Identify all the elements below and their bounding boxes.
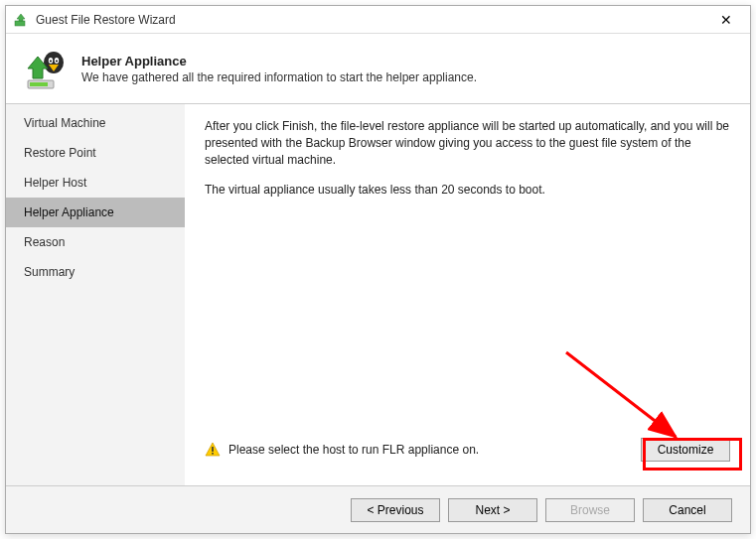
header-text: Helper Appliance We have gathered all th… — [81, 54, 477, 84]
next-button[interactable]: Next > — [448, 498, 537, 522]
svg-rect-7 — [30, 82, 48, 86]
content-area: Virtual Machine Restore Point Helper Hos… — [6, 103, 750, 485]
titlebar: Guest File Restore Wizard ✕ — [6, 6, 750, 34]
sidebar-item-virtual-machine[interactable]: Virtual Machine — [6, 108, 185, 138]
warning-row: Please select the host to run FLR applia… — [205, 432, 730, 475]
window-title: Guest File Restore Wizard — [36, 13, 706, 27]
sidebar-item-restore-point[interactable]: Restore Point — [6, 138, 185, 168]
customize-button[interactable]: Customize — [641, 438, 730, 462]
app-icon — [14, 12, 30, 28]
sidebar-item-helper-host[interactable]: Helper Host — [6, 168, 185, 198]
wizard-sidebar: Virtual Machine Restore Point Helper Hos… — [6, 104, 185, 485]
sidebar-item-helper-appliance[interactable]: Helper Appliance — [6, 198, 185, 227]
main-paragraph-1: After you click Finish, the file-level r… — [205, 118, 730, 168]
sidebar-item-summary[interactable]: Summary — [6, 257, 185, 287]
warning-text: Please select the host to run FLR applia… — [228, 443, 641, 457]
svg-rect-8 — [212, 447, 214, 452]
header-subtitle: We have gathered all the required inform… — [81, 70, 477, 84]
svg-point-4 — [50, 61, 52, 63]
wizard-header: Helper Appliance We have gathered all th… — [6, 34, 750, 103]
sidebar-item-reason[interactable]: Reason — [6, 227, 185, 257]
svg-point-5 — [56, 61, 58, 63]
svg-rect-9 — [212, 453, 214, 455]
browse-button: Browse — [545, 498, 635, 522]
close-button[interactable]: ✕ — [706, 8, 746, 32]
header-icon — [24, 45, 72, 92]
wizard-dialog: Guest File Restore Wizard ✕ Helper Appli… — [5, 5, 751, 534]
wizard-footer: < Previous Next > Browse Cancel — [6, 485, 750, 533]
previous-button[interactable]: < Previous — [351, 498, 440, 522]
header-title: Helper Appliance — [81, 54, 477, 68]
svg-rect-0 — [15, 21, 25, 26]
warning-icon — [205, 442, 221, 458]
main-paragraph-2: The virtual appliance usually takes less… — [205, 182, 730, 199]
main-panel: After you click Finish, the file-level r… — [185, 104, 750, 485]
cancel-button[interactable]: Cancel — [643, 498, 732, 522]
